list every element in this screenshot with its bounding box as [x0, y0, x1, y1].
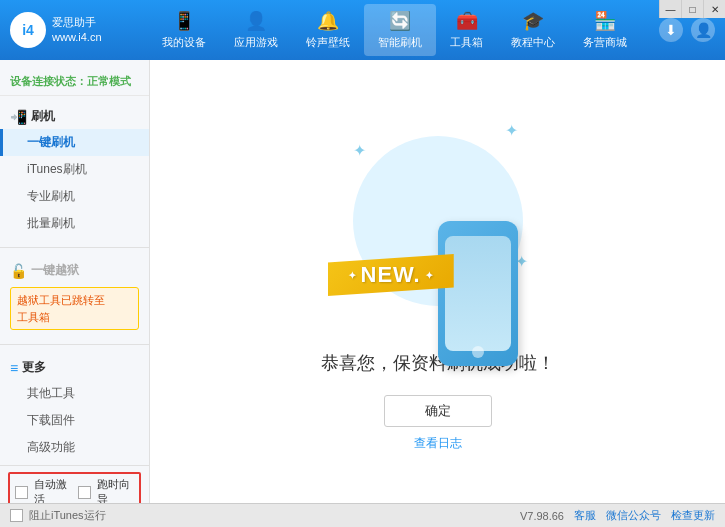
minimize-button[interactable]: — — [659, 0, 681, 18]
new-badge: ✦ NEW. ✦ — [328, 254, 454, 296]
check-update-link[interactable]: 检查更新 — [671, 508, 715, 523]
nav-business[interactable]: 🏪 务营商城 — [569, 4, 641, 56]
logo-name: 爱思助手 — [52, 15, 102, 30]
sparkle-1: ✦ — [505, 121, 518, 140]
sparkle-2: ✦ — [353, 141, 366, 160]
auto-activate-row: 自动激活 跑时向导 — [8, 472, 141, 503]
toolbox-icon: 🧰 — [456, 10, 478, 32]
jailbreak-section: 🔓 一键越狱 越狱工具已跳转至工具箱 — [0, 254, 149, 338]
close-button[interactable]: ✕ — [703, 0, 725, 18]
nav-ringtones[interactable]: 🔔 铃声壁纸 — [292, 4, 364, 56]
more-icon: ≡ — [10, 360, 18, 376]
jailbreak-section-header: 🔓 一键越狱 — [0, 258, 149, 283]
sidebar-item-one-key-flash[interactable]: 一键刷机 — [0, 129, 149, 156]
new-ribbon: ✦ NEW. ✦ — [328, 254, 454, 296]
footer-right: V7.98.66 客服 微信公众号 检查更新 — [520, 508, 715, 523]
sidebar-item-download-firm[interactable]: 下载固件 — [0, 407, 149, 434]
main: 设备连接状态：正常模式 📲 刷机 一键刷机 iTunes刷机 专业刷机 批量刷机… — [0, 60, 725, 503]
nav-toolbox[interactable]: 🧰 工具箱 — [436, 4, 497, 56]
sidebar: 设备连接状态：正常模式 📲 刷机 一键刷机 iTunes刷机 专业刷机 批量刷机… — [0, 60, 150, 503]
flash-section: 📲 刷机 一键刷机 iTunes刷机 专业刷机 批量刷机 — [0, 100, 149, 241]
nav-smart-flash[interactable]: 🔄 智能刷机 — [364, 4, 436, 56]
tutorial-icon: 🎓 — [522, 10, 544, 32]
sidebar-item-itunes-flash[interactable]: iTunes刷机 — [0, 156, 149, 183]
flash-section-header: 📲 刷机 — [0, 104, 149, 129]
auto-activate-label: 自动激活 — [34, 477, 72, 503]
account-button[interactable]: 👤 — [691, 18, 715, 42]
sidebar-bottom: 自动激活 跑时向导 📱 iPhone 15 Pro Max 512GB iPho… — [0, 465, 149, 503]
log-link[interactable]: 查看日志 — [414, 435, 462, 452]
sidebar-item-batch-flash[interactable]: 批量刷机 — [0, 210, 149, 237]
jailbreak-icon: 🔓 — [10, 263, 27, 279]
stop-itunes-checkbox[interactable] — [10, 509, 23, 522]
footer-left: 阻止iTunes运行 — [10, 508, 106, 523]
phone-home — [472, 346, 484, 358]
time-guide-checkbox[interactable] — [78, 486, 91, 499]
header-right: ⬇ 👤 — [659, 18, 715, 42]
jailbreak-note: 越狱工具已跳转至工具箱 — [10, 287, 139, 330]
phone-illustration: ✦ ✦ ✦ ✦ NEW. ✦ — [338, 111, 538, 331]
more-section-header: ≡ 更多 — [0, 355, 149, 380]
business-icon: 🏪 — [594, 10, 616, 32]
my-device-icon: 📱 — [173, 10, 195, 32]
connection-status: 设备连接状态：正常模式 — [0, 68, 149, 96]
nav-smart-flash-label: 智能刷机 — [378, 35, 422, 50]
wechat-link[interactable]: 微信公众号 — [606, 508, 661, 523]
content-area: ✦ ✦ ✦ ✦ NEW. ✦ — [150, 60, 725, 503]
phone-screen — [445, 236, 511, 351]
apps-games-icon: 👤 — [245, 10, 267, 32]
confirm-button[interactable]: 确定 — [384, 395, 492, 427]
version-label: V7.98.66 — [520, 510, 564, 522]
nav: 📱 我的设备 👤 应用游戏 🔔 铃声壁纸 🔄 智能刷机 🧰 工具箱 🎓 — [130, 4, 659, 56]
nav-my-device[interactable]: 📱 我的设备 — [148, 4, 220, 56]
nav-my-device-label: 我的设备 — [162, 35, 206, 50]
flash-section-icon: 📲 — [10, 109, 27, 125]
ringtones-icon: 🔔 — [317, 10, 339, 32]
nav-toolbox-label: 工具箱 — [450, 35, 483, 50]
client-link[interactable]: 客服 — [574, 508, 596, 523]
download-button[interactable]: ⬇ — [659, 18, 683, 42]
logo-icon: i4 — [10, 12, 46, 48]
header: i4 爱思助手 www.i4.cn 📱 我的设备 👤 应用游戏 🔔 铃声壁纸 🔄 — [0, 0, 725, 60]
nav-ringtones-label: 铃声壁纸 — [306, 35, 350, 50]
maximize-button[interactable]: □ — [681, 0, 703, 18]
footer: 阻止iTunes运行 V7.98.66 客服 微信公众号 检查更新 — [0, 503, 725, 527]
nav-apps-games[interactable]: 👤 应用游戏 — [220, 4, 292, 56]
smart-flash-icon: 🔄 — [389, 10, 411, 32]
more-section: ≡ 更多 其他工具 下载固件 高级功能 — [0, 351, 149, 465]
sidebar-item-advanced[interactable]: 高级功能 — [0, 434, 149, 461]
auto-activate-checkbox[interactable] — [15, 486, 28, 499]
nav-apps-games-label: 应用游戏 — [234, 35, 278, 50]
nav-tutorial[interactable]: 🎓 教程中心 — [497, 4, 569, 56]
logo: i4 爱思助手 www.i4.cn — [10, 12, 130, 48]
time-guide-label: 跑时向导 — [97, 477, 135, 503]
sidebar-item-pro-flash[interactable]: 专业刷机 — [0, 183, 149, 210]
nav-business-label: 务营商城 — [583, 35, 627, 50]
logo-url: www.i4.cn — [52, 30, 102, 45]
nav-tutorial-label: 教程中心 — [511, 35, 555, 50]
stop-itunes-label: 阻止iTunes运行 — [29, 508, 106, 523]
sidebar-item-other-tools[interactable]: 其他工具 — [0, 380, 149, 407]
